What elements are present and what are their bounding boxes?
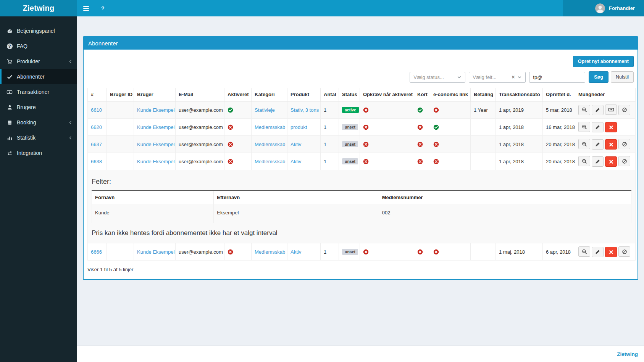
ban-icon xyxy=(622,107,627,113)
cell-email: user@example.com xyxy=(176,101,224,119)
kategori-link[interactable]: Medlemsskab xyxy=(255,124,285,130)
inspect-button[interactable] xyxy=(578,139,590,149)
search-input[interactable] xyxy=(529,72,585,83)
create-subscription-button[interactable]: Opret nyt abonnement xyxy=(573,56,634,67)
cell-kort xyxy=(414,119,430,136)
footer-brand-link[interactable]: Zietwing xyxy=(617,351,638,357)
cell-produkt: Stativ, 3 tons xyxy=(287,101,321,119)
cell-economic xyxy=(430,101,471,119)
kategori-link[interactable]: Medlemsskab xyxy=(255,142,285,147)
cell-bruger_id xyxy=(107,153,134,170)
cell-email: user@example.com xyxy=(176,243,224,261)
cell-status: unset xyxy=(339,119,360,136)
cell-transaktionsdato: 1 apr, 2018 xyxy=(496,153,543,170)
search-button[interactable]: Søg xyxy=(589,71,608,83)
sidebar-item-statistik[interactable]: Statistik xyxy=(0,130,77,145)
edit-button[interactable] xyxy=(592,156,604,167)
id-link[interactable]: 6638 xyxy=(91,159,102,164)
cell-kategori: Medlemsskab xyxy=(252,136,287,153)
cell-status: active xyxy=(339,101,360,119)
id-link[interactable]: 6610 xyxy=(91,107,102,113)
user-menu[interactable]: Forhandler xyxy=(563,0,644,16)
user-avatar-icon xyxy=(595,3,605,13)
sidebar-item-transaktioner[interactable]: Transaktioner xyxy=(0,84,77,100)
cell-bruger: Kunde Eksempel xyxy=(134,101,176,119)
top-navbar: ? Forhandler xyxy=(77,0,644,16)
sidebar-item-booking[interactable]: Booking xyxy=(0,115,77,130)
bruger-link[interactable]: Kunde Eksempel xyxy=(137,159,174,164)
sidebar-item-betjeningspanel[interactable]: Betjeningspanel xyxy=(0,23,77,39)
sidebar-item-faq[interactable]: ?FAQ xyxy=(0,39,77,54)
block-button[interactable] xyxy=(618,139,630,149)
reset-button[interactable]: Nulstil xyxy=(611,71,634,83)
delete-button[interactable] xyxy=(605,156,617,167)
cell-transaktionsdato: 1 apr, 2018 xyxy=(496,136,543,153)
sidebar-toggle-button[interactable] xyxy=(77,0,95,16)
sidebar-item-abonnenter[interactable]: Abonnenter xyxy=(0,69,77,84)
delete-button[interactable] xyxy=(605,139,617,150)
inspect-button[interactable] xyxy=(578,246,590,257)
produkt-link[interactable]: Aktiv xyxy=(291,159,301,164)
edit-button[interactable] xyxy=(592,105,604,115)
produkt-link[interactable]: produkt xyxy=(291,124,307,130)
column-header-status: Status xyxy=(339,88,360,101)
abonnenter-panel: Abonnenter Opret nyt abonnement Vælg sta… xyxy=(83,36,638,280)
edit-button[interactable] xyxy=(592,247,604,257)
block-button[interactable] xyxy=(618,246,630,257)
cell-betaling: 1 Year xyxy=(471,101,496,119)
brand-logo[interactable]: Zietwing xyxy=(0,0,77,16)
inspect-button[interactable] xyxy=(578,156,590,166)
cell-antal: 1 xyxy=(321,153,339,170)
sidebar-item-produkter[interactable]: Produkter xyxy=(0,54,77,69)
cell-produkt: Aktiv xyxy=(287,136,321,153)
clear-x-icon[interactable]: × xyxy=(512,74,515,80)
ban-icon xyxy=(622,142,627,147)
edit-button[interactable] xyxy=(592,122,604,132)
status-filter-select[interactable]: Vælg status... xyxy=(410,72,465,83)
cell-aktiveret xyxy=(224,153,252,170)
cell-bruger: Kunde Eksempel xyxy=(134,119,176,136)
cell-antal: 1 xyxy=(321,243,339,261)
id-link[interactable]: 6637 xyxy=(91,142,102,147)
sidebar-item-integration[interactable]: Integration xyxy=(0,145,77,161)
kategori-link[interactable]: Medlemsskab xyxy=(255,249,285,255)
felter-column-medlemsnummer: Medlemsnummer xyxy=(379,191,631,204)
cell-betaling xyxy=(471,119,496,136)
block-button[interactable] xyxy=(618,156,630,166)
produkt-link[interactable]: Aktiv xyxy=(291,249,301,255)
bruger-link[interactable]: Kunde Eksempel xyxy=(137,249,174,255)
help-button[interactable]: ? xyxy=(95,0,111,16)
sidebar-item-label: Statistik xyxy=(17,135,68,141)
field-filter-select[interactable]: Vælg felt... × xyxy=(469,72,526,83)
kategori-link[interactable]: Medlemsskab xyxy=(255,159,285,164)
cell-kategori: Stativleje xyxy=(252,101,287,119)
delete-button[interactable] xyxy=(605,247,617,257)
status-badge: unset xyxy=(342,141,358,148)
felter-heading: Felter: xyxy=(92,178,631,186)
column-header-muligheder: Muligheder xyxy=(575,88,636,101)
pencil-icon xyxy=(595,159,600,164)
table-row: 6637Kunde Eksempeluser@example.comMedlem… xyxy=(88,136,636,153)
x-circle-icon xyxy=(417,142,423,147)
sidebar-item-brugere[interactable]: Brugere xyxy=(0,100,77,115)
bruger-link[interactable]: Kunde Eksempel xyxy=(137,107,174,113)
payment-button[interactable] xyxy=(605,105,617,115)
inspect-button[interactable] xyxy=(578,105,590,115)
edit-button[interactable] xyxy=(592,139,604,150)
x-circle-icon xyxy=(363,159,369,164)
panel-title: Abonnenter xyxy=(84,37,638,50)
inspect-button[interactable] xyxy=(578,122,590,132)
bruger-link[interactable]: Kunde Eksempel xyxy=(137,124,174,130)
column-header-produkt: Produkt xyxy=(287,88,321,101)
block-button[interactable] xyxy=(618,105,630,115)
kategori-link[interactable]: Stativleje xyxy=(255,107,275,113)
bruger-link[interactable]: Kunde Eksempel xyxy=(137,142,174,147)
produkt-link[interactable]: Aktiv xyxy=(291,142,301,147)
delete-button[interactable] xyxy=(605,122,617,132)
id-link[interactable]: 6666 xyxy=(91,249,102,255)
table-body: 6610Kunde Eksempeluser@example.comStativ… xyxy=(88,101,636,261)
cell-bruger_id xyxy=(107,136,134,153)
produkt-link[interactable]: Stativ, 3 tons xyxy=(291,107,319,113)
id-link[interactable]: 6620 xyxy=(91,124,102,130)
detail-cell: Felter:FornavnEfternavnMedlemsnummerKund… xyxy=(88,170,636,243)
